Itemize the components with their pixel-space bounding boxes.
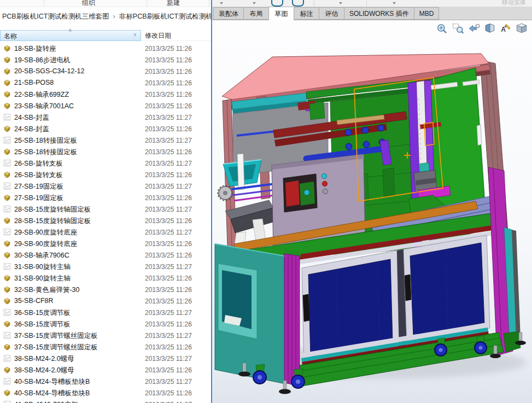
solidworks-part-icon xyxy=(3,170,11,179)
file-row[interactable]: 26-SB-旋转支板 2013/3/25 11:27 xyxy=(0,157,211,169)
3d-model-machine[interactable]: + xyxy=(212,20,532,403)
zoom-to-fit-icon[interactable] xyxy=(436,23,448,34)
preview-image-icon xyxy=(3,308,11,317)
file-modified-date: 2013/3/25 11:27 xyxy=(145,137,192,144)
solidworks-part-icon xyxy=(3,55,11,64)
file-modified-date: 2013/3/25 11:27 xyxy=(145,114,192,121)
view-orientation-icon[interactable] xyxy=(516,23,528,34)
file-modified-date: 2013/3/25 11:26 xyxy=(145,148,192,156)
file-row[interactable]: 28-SB-15度旋转轴固定板 2013/3/25 11:27 xyxy=(0,203,211,215)
file-name: 40-SB-M24-导槽板垫块B xyxy=(14,389,90,398)
commandmanager-strip: 移动实体 xyxy=(212,0,532,7)
annotations-icon[interactable]: A xyxy=(500,23,512,34)
tab-mbd[interactable]: MBD xyxy=(414,7,440,20)
file-row[interactable]: 36-SB-15度调节板 2013/3/25 11:27 xyxy=(0,307,211,318)
file-row[interactable]: 18-SB-旋转座 2013/3/25 11:26 xyxy=(0,43,211,54)
file-row[interactable]: 22-SB-轴承699ZZ 2013/3/25 11:26 xyxy=(0,89,211,100)
file-row[interactable]: 29-SB-90度旋转底座 2013/3/25 11:27 xyxy=(0,226,211,238)
file-row[interactable]: 25-SB-18转接固定板 2013/3/25 11:26 xyxy=(0,146,211,157)
file-row[interactable]: 37-SB-15度调节螺丝固定板 2013/3/25 11:26 xyxy=(0,341,211,353)
file-modified-date: 2013/3/25 11:26 xyxy=(145,389,192,397)
tab-evaluate[interactable]: 评估 xyxy=(319,7,344,20)
breadcrumb[interactable]: PCB刷板机ICT测试检测机三维套图›非标PCB刷板机ICT测试检测机三维套图 xyxy=(0,7,211,24)
file-name: 29-SB-90度旋转底座 xyxy=(14,228,77,237)
dropdown-caret-icon xyxy=(339,2,342,4)
file-name: 31-SB-90旋转主轴 xyxy=(14,262,71,272)
solidworks-part-icon xyxy=(3,101,11,110)
tab-layout[interactable]: 布局 xyxy=(243,7,268,20)
file-row[interactable]: 28-SB-15度旋转轴固定板 2013/3/25 11:26 xyxy=(0,215,211,226)
file-row[interactable]: 38-SB-M24-2.0螺母 2013/3/25 11:26 xyxy=(0,364,211,376)
file-row[interactable]: 25-SB-18转接固定板 2013/3/25 11:27 xyxy=(0,135,211,146)
file-modified-date: 2013/3/25 11:27 xyxy=(145,378,192,386)
solidworks-part-icon xyxy=(3,78,11,87)
solidworks-window: 移动实体 装配体 布局 草图 标注 评估 SOLIDWORKS 插件 MBD xyxy=(212,0,532,403)
file-row[interactable]: 23-SB-轴承7001AC 2013/3/25 11:26 xyxy=(0,100,211,112)
file-row[interactable]: 27-SB-19固定板 2013/3/25 11:26 xyxy=(0,192,211,203)
file-row[interactable]: 32-SB-黄色扁弹簧-30 2013/3/25 11:26 xyxy=(0,284,211,295)
file-modified-date: 2013/3/25 11:26 xyxy=(145,171,192,179)
file-row[interactable]: 19-SB-86步进电机 2013/3/25 11:26 xyxy=(0,54,211,66)
heads-up-view-toolbar: A xyxy=(436,23,528,34)
file-row[interactable]: 27-SB-19固定板 2013/3/25 11:27 xyxy=(0,180,211,192)
file-modified-date: 2013/3/25 11:26 xyxy=(145,56,192,64)
previous-view-icon[interactable] xyxy=(468,23,480,34)
file-row[interactable]: 41-SB-4040-720主架 2013/3/25 11:27 xyxy=(0,399,211,403)
column-header-name[interactable]: ∧ 名称 ∨ xyxy=(0,30,141,41)
breadcrumb-folder[interactable]: PCB刷板机ICT测试检测机三维套图 xyxy=(2,13,109,20)
file-modified-date: 2013/3/25 11:27 xyxy=(145,401,192,403)
file-name: 38-SB-M24-2.0螺母 xyxy=(14,354,74,364)
file-name: 38-SB-M24-2.0螺母 xyxy=(14,366,74,375)
file-name: 25-SB-18转接固定板 xyxy=(14,148,77,157)
solidworks-part-icon xyxy=(3,285,11,294)
tab-solidworks-addins[interactable]: SOLIDWORKS 插件 xyxy=(344,7,414,20)
file-row[interactable]: 40-SB-M24-导槽板垫块B 2013/3/25 11:26 xyxy=(0,387,211,399)
solidworks-part-icon xyxy=(3,90,11,98)
file-row[interactable]: 31-SB-90旋转主轴 2013/3/25 11:26 xyxy=(0,272,211,284)
file-name: 36-SB-15度调节板 xyxy=(14,308,71,318)
file-row[interactable]: 31-SB-90旋转主轴 2013/3/25 11:27 xyxy=(0,261,211,272)
file-row[interactable]: 35-SB-CF8R 2013/3/25 11:26 xyxy=(0,295,211,307)
zoom-to-area-icon[interactable] xyxy=(452,23,464,34)
preview-image-icon xyxy=(3,331,11,340)
file-row[interactable]: 38-SB-M24-2.0螺母 2013/3/25 11:27 xyxy=(0,353,211,364)
file-modified-date: 2013/3/25 11:26 xyxy=(145,274,192,282)
breadcrumb-subfolder[interactable]: 非标PCB刷板机ICT测试检测机三维套图 xyxy=(119,13,211,20)
move-entities-label: 移动实体 xyxy=(502,0,526,7)
file-row[interactable]: 37-SB-15度调节螺丝固定板 2013/3/25 11:27 xyxy=(0,330,211,341)
file-row[interactable]: 20-SB-SGS-C34-12-12 2013/3/25 11:26 xyxy=(0,66,211,77)
column-header-date[interactable]: 修改日期 xyxy=(142,30,211,41)
file-row[interactable]: 24-SB-封盖 2013/3/25 11:26 xyxy=(0,123,211,135)
graphics-area[interactable]: A xyxy=(212,20,532,403)
file-name: 40-SB-M24-导槽板垫块B xyxy=(14,377,90,387)
file-row[interactable]: 30-SB-轴承7906C 2013/3/25 11:26 xyxy=(0,249,211,261)
file-row[interactable]: 36-SB-15度调节板 2013/3/25 11:26 xyxy=(0,318,211,330)
file-name: 25-SB-18转接固定板 xyxy=(14,136,77,145)
dropdown-caret-icon xyxy=(220,2,223,4)
file-modified-date: 2013/3/25 11:26 xyxy=(145,240,192,248)
organize-button[interactable]: 组织 xyxy=(82,0,95,7)
preview-image-icon xyxy=(3,262,11,271)
new-folder-button[interactable]: 新建 xyxy=(167,0,180,7)
tab-sketch[interactable]: 草图 xyxy=(268,7,294,20)
file-row[interactable]: 40-SB-M24-导槽板垫块B 2013/3/25 11:27 xyxy=(0,376,211,387)
file-modified-date: 2013/3/25 11:27 xyxy=(145,183,192,190)
file-row[interactable]: 24-SB-封盖 2013/3/25 11:27 xyxy=(0,112,211,123)
filter-dropdown-icon[interactable]: ∨ xyxy=(133,32,137,37)
preview-image-icon xyxy=(3,227,11,236)
file-name: 31-SB-90旋转主轴 xyxy=(14,274,71,283)
tab-assembly[interactable]: 装配体 xyxy=(213,7,243,20)
file-name: 30-SB-轴承7906C xyxy=(14,251,69,260)
section-view-icon[interactable] xyxy=(484,23,496,34)
file-row[interactable]: 26-SB-旋转支板 2013/3/25 11:26 xyxy=(0,169,211,180)
file-modified-date: 2013/3/25 11:26 xyxy=(145,91,192,98)
preview-image-icon xyxy=(3,182,11,190)
sort-ascending-icon: ∧ xyxy=(68,27,72,33)
file-modified-date: 2013/3/25 11:26 xyxy=(145,297,192,305)
file-modified-date: 2013/3/25 11:27 xyxy=(145,263,192,271)
file-row[interactable]: 21-SB-POS8 2013/3/25 11:26 xyxy=(0,77,211,89)
file-name: 21-SB-POS8 xyxy=(14,79,54,86)
file-row[interactable]: 29-SB-90度旋转底座 2013/3/25 11:26 xyxy=(0,238,211,249)
tab-annotation[interactable]: 标注 xyxy=(294,7,319,20)
file-modified-date: 2013/3/25 11:26 xyxy=(145,194,192,202)
